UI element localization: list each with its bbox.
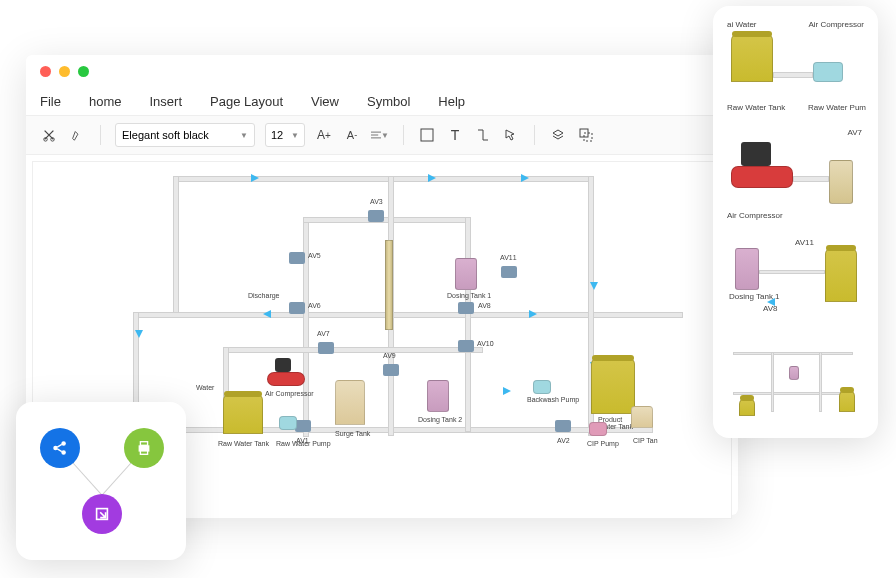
valve-av5[interactable] <box>289 252 305 264</box>
toolbar-separator <box>534 125 535 145</box>
menu-help[interactable]: Help <box>438 94 465 109</box>
close-window-button[interactable] <box>40 66 51 77</box>
valve-av11[interactable] <box>501 266 517 278</box>
cip-pump[interactable] <box>589 422 607 436</box>
toolbar-separator <box>403 125 404 145</box>
font-size: 12 <box>271 129 283 141</box>
minimize-window-button[interactable] <box>59 66 70 77</box>
font-name: Elegant soft black <box>122 129 209 141</box>
group-button[interactable] <box>577 126 595 144</box>
pipe <box>819 352 822 412</box>
label: Dosing Tank 1 <box>447 292 491 299</box>
menu-bar: File home Insert Page Layout View Symbol… <box>26 87 738 115</box>
pipe <box>303 217 309 437</box>
tank-icon <box>789 366 799 380</box>
maximize-window-button[interactable] <box>78 66 89 77</box>
connector-button[interactable] <box>474 126 492 144</box>
tank-icon <box>829 160 853 204</box>
text-button[interactable]: T <box>446 126 464 144</box>
print-button[interactable] <box>124 428 164 468</box>
align-button[interactable]: ▼ <box>371 126 389 144</box>
valve-label: AV7 <box>317 330 330 337</box>
title-bar <box>26 55 738 87</box>
svg-rect-2 <box>421 129 433 141</box>
menu-home[interactable]: home <box>89 94 122 109</box>
menu-symbol[interactable]: Symbol <box>367 94 410 109</box>
pipe <box>759 270 825 274</box>
valve-av6[interactable] <box>289 302 305 314</box>
dosing-tank-2[interactable] <box>427 380 449 412</box>
svg-point-7 <box>61 450 66 455</box>
tank-icon <box>731 34 773 82</box>
label: CIP Tan <box>633 437 658 444</box>
decrease-font-button[interactable]: A- <box>343 126 361 144</box>
thumbnail-3[interactable]: Dosing Tank 1 AV11 AV8 <box>723 234 868 330</box>
label: Air Compressor <box>265 390 314 397</box>
separator-column[interactable] <box>385 240 393 330</box>
valve-av1[interactable] <box>295 420 311 432</box>
backwash-pump[interactable] <box>533 380 551 394</box>
shape-button[interactable] <box>418 126 436 144</box>
cut-button[interactable] <box>40 126 58 144</box>
flow-arrow-icon <box>251 174 259 182</box>
product-water-tank[interactable] <box>591 358 635 414</box>
flow-arrow-icon <box>503 387 511 395</box>
thumb-label: AV7 <box>847 128 862 137</box>
thumbnail-2[interactable]: AV7 Air Compressor <box>723 126 868 222</box>
pipe <box>465 217 471 432</box>
tank-icon <box>839 390 855 412</box>
raw-water-pump[interactable] <box>279 416 297 430</box>
valve-av10[interactable] <box>458 340 474 352</box>
flow-arrow-icon <box>767 298 775 306</box>
pipe <box>133 312 683 318</box>
format-painter-button[interactable] <box>68 126 86 144</box>
valve-av3[interactable] <box>368 210 384 222</box>
tank-icon <box>739 398 755 416</box>
layers-button[interactable] <box>549 126 567 144</box>
valve-av9[interactable] <box>383 364 399 376</box>
menu-file[interactable]: File <box>40 94 61 109</box>
thumb-label: Air Compressor <box>727 211 783 220</box>
thumbnail-1[interactable]: ai Water Air Compressor Raw Water Tank R… <box>723 18 868 114</box>
label: CIP Pump <box>587 440 619 447</box>
valve-av2[interactable] <box>555 420 571 432</box>
valve-av8[interactable] <box>458 302 474 314</box>
toolbar-separator <box>100 125 101 145</box>
share-icon <box>51 439 69 457</box>
tank-icon <box>825 248 857 302</box>
pipe <box>793 176 829 182</box>
raw-water-tank[interactable] <box>223 394 263 434</box>
pipe <box>173 176 179 316</box>
thumbnails-panel: ai Water Air Compressor Raw Water Tank R… <box>713 6 878 438</box>
menu-view[interactable]: View <box>311 94 339 109</box>
cip-tank[interactable] <box>631 406 653 428</box>
toolbar: Elegant soft black ▼ 12 ▼ A+ A- ▼ T <box>26 115 738 155</box>
increase-font-button[interactable]: A+ <box>315 126 333 144</box>
thumbnail-4[interactable] <box>723 342 868 426</box>
pipe <box>173 176 593 182</box>
compressor-icon <box>741 142 771 166</box>
svg-rect-9 <box>140 442 147 446</box>
valve-label: AV3 <box>370 198 383 205</box>
compressor-icon <box>731 166 793 188</box>
font-select[interactable]: Elegant soft black ▼ <box>115 123 255 147</box>
dosing-tank-1[interactable] <box>455 258 477 290</box>
surge-tank[interactable] <box>335 380 365 425</box>
air-compressor[interactable] <box>267 372 305 386</box>
label: Surge Tank <box>335 430 370 437</box>
compressor-motor[interactable] <box>275 358 291 372</box>
menu-page-layout[interactable]: Page Layout <box>210 94 283 109</box>
label: Backwash Pump <box>527 396 579 403</box>
label: Water <box>196 384 214 391</box>
share-button[interactable] <box>40 428 80 468</box>
export-button[interactable] <box>82 494 122 534</box>
thumb-label: Raw Water Tank <box>727 103 785 112</box>
pipe <box>733 352 853 355</box>
pipe <box>771 352 774 412</box>
svg-point-5 <box>53 446 58 451</box>
flow-arrow-icon <box>428 174 436 182</box>
valve-av7[interactable] <box>318 342 334 354</box>
font-size-select[interactable]: 12 ▼ <box>265 123 305 147</box>
pointer-button[interactable] <box>502 126 520 144</box>
menu-insert[interactable]: Insert <box>149 94 182 109</box>
